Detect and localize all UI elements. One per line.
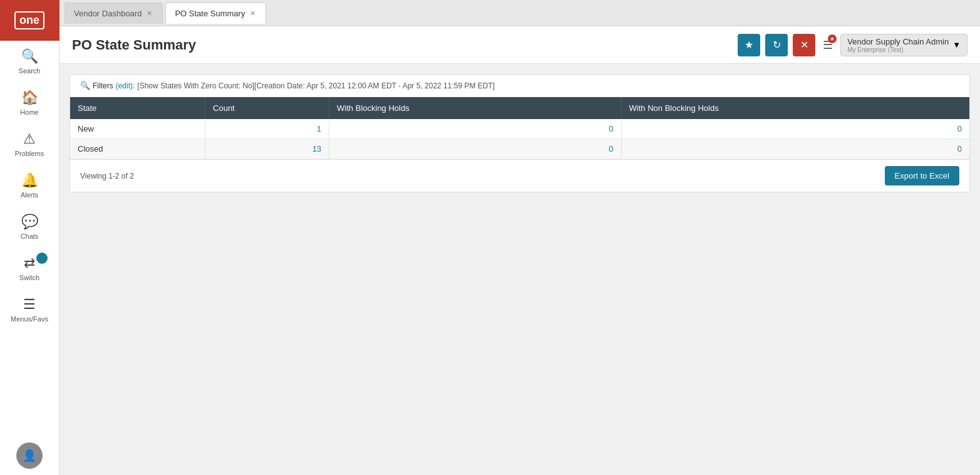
main-area: Vendor Dashboard ✕ PO State Summary ✕ PO…: [59, 0, 980, 475]
filter-icon: 🔍: [80, 81, 90, 90]
sidebar-item-chats[interactable]: 💬 Chats: [0, 206, 59, 248]
user-dropdown[interactable]: Vendor Supply Chain Admin My Enterprise …: [840, 34, 967, 56]
viewing-count: Viewing 1-2 of 2: [80, 172, 134, 180]
data-card: 🔍 Filters (edit): [Show States With Zero…: [70, 74, 970, 192]
sidebar-item-search[interactable]: 🔍 Search: [0, 41, 59, 82]
switch-icon: ⇄: [24, 255, 35, 271]
sidebar: one 🔍 Search 🏠 Home ⚠ Problems 🔔 Alerts …: [0, 0, 59, 475]
col-state: State: [70, 97, 205, 119]
table-row[interactable]: New 1 0 0: [70, 119, 969, 139]
col-non-blocking-holds: With Non Blocking Holds: [621, 97, 969, 119]
switch-badge: [36, 253, 48, 264]
filters-label: Filters: [93, 81, 113, 90]
header-actions: ★ ↻ ✕ ☰ ★ Vendor Supply Chain Admin My E…: [738, 34, 967, 56]
problems-icon: ⚠: [23, 131, 36, 147]
avatar[interactable]: 👤: [16, 442, 43, 469]
cell-blocking[interactable]: 0: [329, 139, 621, 159]
table-header-row: State Count With Blocking Holds With Non…: [70, 97, 969, 119]
chats-icon: 💬: [21, 214, 38, 230]
summary-table: State Count With Blocking Holds With Non…: [70, 97, 969, 159]
cell-nonblocking[interactable]: 0: [621, 119, 969, 139]
page-header: PO State Summary ★ ↻ ✕ ☰ ★ Vendor Supply…: [59, 26, 980, 64]
sidebar-item-switch[interactable]: ⇄ Switch: [0, 248, 59, 289]
col-blocking-holds: With Blocking Holds: [329, 97, 621, 119]
tab-po-state-summary[interactable]: PO State Summary ✕: [165, 3, 266, 24]
search-icon: 🔍: [21, 48, 38, 65]
alerts-icon: 🔔: [21, 172, 38, 189]
tab-vendor-dashboard[interactable]: Vendor Dashboard ✕: [64, 3, 163, 24]
user-name: Vendor Supply Chain Admin: [847, 37, 949, 46]
cell-count[interactable]: 1: [205, 119, 329, 139]
home-icon: 🏠: [21, 90, 38, 106]
app-logo: one: [0, 0, 59, 41]
filters-text: [Show States With Zero Count: No][Creati…: [137, 81, 495, 90]
hamburger-menu-button[interactable]: ☰ ★: [820, 36, 835, 55]
export-to-excel-button[interactable]: Export to Excel: [885, 166, 959, 185]
filters-edit-link[interactable]: (edit):: [116, 81, 135, 90]
sidebar-item-alerts[interactable]: 🔔 Alerts: [0, 165, 59, 206]
col-count: Count: [205, 97, 329, 119]
page-title: PO State Summary: [72, 37, 738, 53]
tab-bar: Vendor Dashboard ✕ PO State Summary ✕: [59, 0, 980, 26]
menus-icon: ☰: [23, 296, 36, 313]
menu-badge: ★: [828, 34, 837, 43]
page-content: 🔍 Filters (edit): [Show States With Zero…: [59, 64, 980, 475]
filters-bar: 🔍 Filters (edit): [Show States With Zero…: [70, 75, 969, 97]
sidebar-item-menus-favs[interactable]: ☰ Menus/Favs: [0, 289, 59, 330]
cell-state: Closed: [70, 139, 205, 159]
user-info: Vendor Supply Chain Admin My Enterprise …: [847, 37, 949, 53]
cell-count[interactable]: 13: [205, 139, 329, 159]
user-sub: My Enterprise (Test): [847, 46, 949, 53]
dropdown-arrow-icon: ▼: [952, 40, 961, 50]
refresh-button[interactable]: ↻: [765, 34, 788, 56]
sidebar-item-problems[interactable]: ⚠ Problems: [0, 123, 59, 165]
card-footer: Viewing 1-2 of 2 Export to Excel: [70, 159, 969, 192]
favorite-button[interactable]: ★: [738, 34, 760, 56]
cell-nonblocking[interactable]: 0: [621, 139, 969, 159]
table-row[interactable]: Closed 13 0 0: [70, 139, 969, 159]
cell-state: New: [70, 119, 205, 139]
avatar-icon: 👤: [23, 449, 36, 462]
sidebar-item-home[interactable]: 🏠 Home: [0, 82, 59, 123]
close-po-state-summary-tab[interactable]: ✕: [249, 9, 257, 18]
close-view-button[interactable]: ✕: [793, 34, 815, 56]
close-vendor-dashboard-tab[interactable]: ✕: [145, 9, 153, 18]
cell-blocking[interactable]: 0: [329, 119, 621, 139]
